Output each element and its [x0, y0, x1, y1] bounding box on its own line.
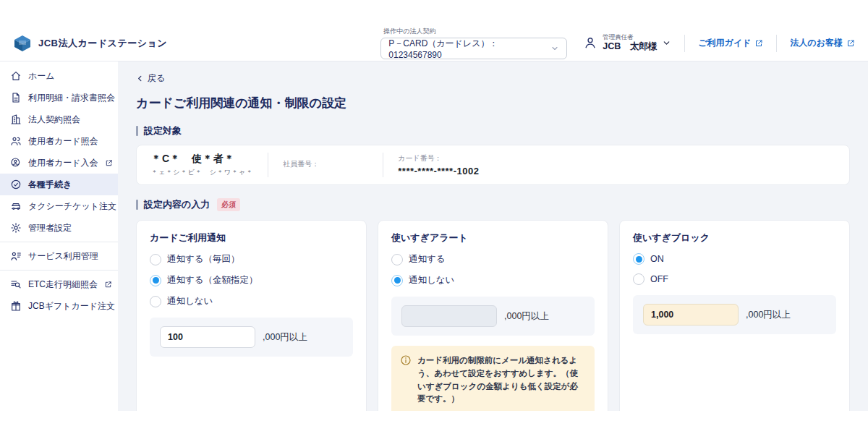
- notice-box: カード利用の制限前にメール通知されるよう、あわせて設定をおすすめします。（使いす…: [391, 346, 595, 411]
- vertical-divider: [383, 153, 383, 177]
- sidebar-item-label: ETC走行明細照会: [28, 278, 98, 291]
- sidebar-item-users[interactable]: 使用者カード照会: [0, 130, 118, 152]
- user-icon: [583, 35, 597, 50]
- sidebar-item-document[interactable]: 利用明細・請求書照会: [0, 87, 118, 109]
- list-search-icon: [10, 278, 22, 290]
- radio-icon: [391, 275, 403, 286]
- amount-suffix: ,000円以上: [263, 331, 307, 344]
- sidebar-item-label: 法人契約照会: [28, 114, 80, 126]
- radio-option[interactable]: 通知しない: [391, 274, 595, 286]
- sidebar-item-taxi[interactable]: タクシーチケット注文: [0, 195, 118, 217]
- card-number-label: カード番号：: [398, 153, 479, 163]
- required-badge: 必須: [217, 198, 240, 211]
- sidebar-divider: [0, 242, 118, 242]
- radio-option[interactable]: 通知しない: [150, 295, 353, 307]
- radio-icon: [633, 253, 644, 265]
- settings-panel: 使いすぎブロック ON OFF ,000円以上: [619, 220, 850, 411]
- notice-text: カード利用の制限前にメール通知されるよう、あわせて設定をおすすめします。（使いす…: [417, 354, 586, 406]
- sidebar-item-person-list[interactable]: サービス利用管理: [0, 245, 118, 267]
- chevron-down-icon: [662, 38, 671, 48]
- screenshot-viewport: JCB法人カードステーション 操作中の法人契約 P－CARD（カードレス）：01…: [0, 0, 868, 434]
- radio-option[interactable]: 通知する（毎回）: [150, 253, 353, 265]
- radio-icon: [150, 254, 161, 265]
- sidebar-item-label: ホーム: [28, 70, 55, 82]
- page-title: カードご利用関連の通知・制限の設定: [136, 95, 850, 111]
- gear-icon: [10, 222, 22, 234]
- sidebar: ホーム 利用明細・請求書照会 法人契約照会 使用者カード照会 使用者カード入会: [0, 61, 118, 411]
- sidebar-item-home[interactable]: ホーム: [0, 65, 118, 87]
- app-title: JCB法人カードステーション: [38, 37, 167, 50]
- radio-icon: [150, 296, 161, 307]
- section-bar: [136, 126, 138, 136]
- radio-option[interactable]: OFF: [633, 273, 836, 285]
- header-link-label: 法人のお客様: [790, 37, 843, 49]
- radio-option[interactable]: 通知する: [391, 253, 595, 265]
- contract-select[interactable]: P－CARD（カードレス）：01234567890: [380, 38, 567, 59]
- contract-select-value: P－CARD（カードレス）：01234567890: [388, 38, 550, 60]
- panel-title: 使いすぎアラート: [391, 231, 595, 244]
- external-link-icon: [754, 39, 763, 48]
- user-role: 管理責任者: [603, 34, 657, 41]
- card-number-block: カード番号： ****-****-****-1002: [398, 153, 479, 176]
- chevron-left-icon: [136, 75, 144, 82]
- sidebar-divider: [0, 270, 118, 271]
- settings-panel: 使いすぎアラート 通知する 通知しない ,000円以上 カード利用の制限前にメー…: [378, 220, 608, 411]
- chevron-down-icon: [550, 44, 559, 53]
- user-menu[interactable]: 管理責任者 JCB 太郎様: [583, 34, 671, 51]
- settings-panels: カードご利用通知 通知する（毎回） 通知する（金額指定） 通知しない ,000円…: [136, 220, 850, 411]
- radio-icon: [391, 254, 403, 265]
- radio-group: 通知する 通知しない: [391, 253, 595, 286]
- back-label: 戻る: [148, 72, 165, 85]
- gift-icon: [10, 300, 22, 312]
- target-card: ＊C＊ 使＊者＊ ＊ェ＊シ＊ビ＊ シ＊ワ＊ャ＊ 社員番号： カード番号： ***…: [136, 145, 850, 185]
- radio-group: 通知する（毎回） 通知する（金額指定） 通知しない: [150, 253, 353, 307]
- radio-option[interactable]: 通知する（金額指定）: [150, 274, 353, 286]
- header-link[interactable]: ご利用ガイド: [698, 37, 763, 49]
- sidebar-item-building[interactable]: 法人契約照会: [0, 109, 118, 130]
- sidebar-item-label: 使用者カード入会: [28, 157, 98, 169]
- header-link[interactable]: 法人のお客様: [790, 37, 855, 49]
- external-link-icon: [105, 159, 113, 167]
- contract-group: 操作中の法人契約 P－CARD（カードレス）：01234567890: [380, 27, 567, 59]
- person-list-icon: [10, 250, 22, 262]
- radio-option[interactable]: ON: [633, 253, 836, 265]
- radio-icon: [633, 273, 644, 285]
- sidebar-item-label: 使用者カード照会: [28, 135, 98, 148]
- card-number-value: ****-****-****-1002: [398, 166, 479, 176]
- info-icon: [400, 354, 412, 406]
- sidebar-item-person-join[interactable]: 使用者カード入会: [0, 152, 118, 174]
- sidebar-item-label: 各種手続き: [28, 179, 72, 191]
- brand: JCB法人カードステーション: [13, 34, 167, 53]
- app-frame: JCB法人カードステーション 操作中の法人契約 P－CARD（カードレス）：01…: [0, 25, 868, 411]
- vertical-divider: [268, 153, 268, 177]
- sidebar-item-list-search[interactable]: ETC走行明細照会: [0, 273, 118, 295]
- sidebar-item-label: サービス利用管理: [28, 250, 98, 263]
- back-button[interactable]: 戻る: [136, 72, 165, 85]
- amount-box: ,000円以上: [633, 295, 836, 334]
- main-content: 戻る カードご利用関連の通知・制限の設定 設定対象 ＊C＊ 使＊者＊ ＊ェ＊シ＊…: [118, 61, 868, 411]
- sidebar-item-label: JCBギフトカード注文: [28, 300, 115, 312]
- amount-box: ,000円以上: [150, 318, 353, 357]
- sidebar-item-gift[interactable]: JCBギフトカード注文: [0, 295, 118, 317]
- amount-input[interactable]: [160, 326, 255, 348]
- amount-input[interactable]: [643, 304, 739, 326]
- target-section-heading: 設定対象: [136, 124, 850, 137]
- employee-no-block: 社員番号：: [283, 159, 368, 171]
- external-link-icon: [846, 39, 855, 48]
- amount-suffix: ,000円以上: [504, 310, 549, 323]
- cardholder-name: ＊C＊ 使＊者＊: [151, 153, 253, 166]
- users-icon: [10, 135, 22, 147]
- target-section-title: 設定対象: [144, 124, 182, 137]
- cardholder-kana: ＊ェ＊シ＊ビ＊ シ＊ワ＊ャ＊: [151, 168, 253, 177]
- vertical-divider: [684, 35, 685, 52]
- sidebar-item-gear[interactable]: 管理者設定: [0, 217, 118, 239]
- contract-label: 操作中の法人契約: [383, 27, 567, 36]
- external-link-icon: [104, 281, 112, 289]
- document-icon: [10, 92, 22, 103]
- home-icon: [10, 70, 22, 82]
- radio-icon: [150, 275, 161, 286]
- cardholder-block: ＊C＊ 使＊者＊ ＊ェ＊シ＊ビ＊ シ＊ワ＊ャ＊: [151, 153, 253, 177]
- user-texts: 管理責任者 JCB 太郎様: [603, 34, 657, 51]
- sidebar-item-seal-check[interactable]: 各種手続き: [0, 174, 118, 195]
- amount-suffix: ,000円以上: [746, 309, 791, 321]
